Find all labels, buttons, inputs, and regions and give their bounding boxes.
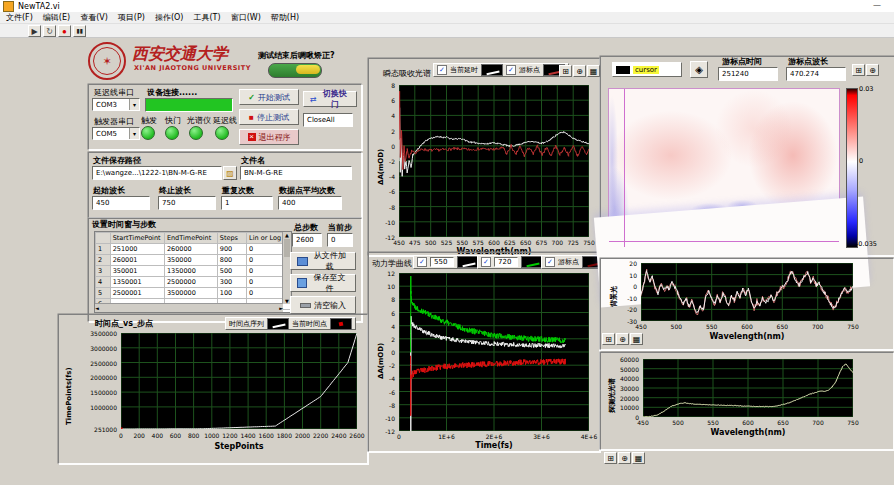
transient-absorption-heatmap[interactable] bbox=[608, 88, 840, 248]
plot-legend[interactable]: ✓ 当前延时 ✓ 游标点 bbox=[433, 63, 569, 77]
table-cell[interactable]: 251000 bbox=[110, 244, 164, 255]
table-cell[interactable]: 5 bbox=[96, 288, 111, 299]
table-horizontal-scrollbar[interactable]: ◄► bbox=[95, 303, 283, 312]
delay-port-combo[interactable]: COM3 ▾ bbox=[92, 98, 140, 111]
table-cell[interactable]: 900 bbox=[217, 244, 246, 255]
file-name-field[interactable]: BN-M-G-RE bbox=[240, 166, 352, 180]
total-steps-field[interactable]: 2600 bbox=[292, 233, 322, 247]
menu-project[interactable]: 项目(P) bbox=[118, 12, 145, 23]
menu-file[interactable]: 文件(F) bbox=[6, 12, 33, 23]
checkbox-icon[interactable]: ✓ bbox=[506, 65, 516, 75]
run-icon[interactable]: ▶ bbox=[28, 25, 41, 37]
shutter-state-field[interactable]: CloseAll bbox=[303, 113, 353, 127]
chevron-down-icon[interactable]: ▾ bbox=[129, 99, 139, 110]
table-cell[interactable]: 260001 bbox=[110, 255, 164, 266]
save-to-file-button[interactable]: 保存至文件 bbox=[290, 274, 356, 292]
menu-operate[interactable]: 操作(O) bbox=[155, 12, 184, 23]
stop-wavelength-label: 终止波长 bbox=[159, 185, 191, 196]
graph-grid-tool[interactable]: ⊞ bbox=[852, 64, 865, 76]
time-table-container[interactable]: StartTimePointEndTimePointStepsLin or Lo… bbox=[94, 231, 292, 313]
table-cell[interactable]: 100 bbox=[217, 288, 246, 299]
plot-area[interactable] bbox=[641, 263, 853, 321]
table-cell[interactable]: 350001 bbox=[110, 266, 164, 277]
table-cell[interactable]: 3 bbox=[96, 266, 111, 277]
table-row[interactable]: 335000113500005000 bbox=[96, 266, 291, 277]
graph-zoom-tool[interactable]: ⊕ bbox=[573, 65, 586, 77]
table-row[interactable]: 22600013500008000 bbox=[96, 255, 291, 266]
table-cell[interactable]: 1350000 bbox=[164, 266, 217, 277]
time-table[interactable]: StartTimePointEndTimePointStepsLin or Lo… bbox=[95, 232, 291, 310]
table-cell[interactable]: 260000 bbox=[164, 244, 217, 255]
plot-area[interactable] bbox=[399, 273, 589, 431]
avg-count-field[interactable]: 400 bbox=[278, 196, 342, 210]
heatmap-cursor-horizontal[interactable] bbox=[609, 241, 839, 242]
trigger-port-combo[interactable]: COM5 ▾ bbox=[92, 127, 140, 140]
graph-zoom-tool[interactable]: ⊕ bbox=[618, 452, 631, 464]
table-cell[interactable]: 500 bbox=[217, 266, 246, 277]
menu-edit[interactable]: 编辑(E) bbox=[43, 12, 70, 23]
file-path-field[interactable]: E:\wangze...\1222-1\BN-M-G-RE bbox=[92, 166, 222, 180]
menu-window[interactable]: 窗口(W) bbox=[231, 12, 261, 23]
chirp-correction-toggle[interactable] bbox=[268, 63, 322, 78]
table-cell[interactable]: 1350001 bbox=[110, 277, 164, 288]
checkbox-icon[interactable]: ✓ bbox=[545, 257, 555, 267]
graph-pan-tool[interactable]: ▦ bbox=[587, 65, 600, 77]
table-cell[interactable]: 2500000 bbox=[164, 277, 217, 288]
browse-folder-button[interactable]: ▨ bbox=[223, 166, 237, 180]
graph-pan-tool[interactable]: ▦ bbox=[630, 333, 643, 345]
graph-grid-tool[interactable]: ⊞ bbox=[604, 452, 617, 464]
table-cell[interactable]: 350000 bbox=[164, 255, 217, 266]
legend-550[interactable]: ✓ 550 bbox=[413, 255, 483, 269]
chart-title: 时间点_vs_步点 bbox=[95, 318, 153, 329]
clear-input-button[interactable]: 清空输入 bbox=[290, 296, 356, 314]
graph-grid-tool[interactable]: ⊞ bbox=[602, 333, 615, 345]
table-row[interactable]: 12510002600009000 bbox=[96, 244, 291, 255]
table-cell[interactable]: 3500000 bbox=[164, 288, 217, 299]
abort-icon[interactable]: ● bbox=[58, 25, 71, 37]
table-cell[interactable]: 300 bbox=[217, 277, 246, 288]
wavelength-550-field[interactable]: 550 bbox=[430, 257, 454, 267]
start-test-button[interactable]: ✓ 开始测试 bbox=[239, 89, 299, 105]
current-step-field[interactable]: 0 bbox=[327, 233, 353, 247]
menu-view[interactable]: 查看(V) bbox=[80, 12, 108, 23]
start-wavelength-field[interactable]: 450 bbox=[92, 196, 150, 210]
checkbox-icon[interactable]: ✓ bbox=[417, 257, 427, 267]
table-cell[interactable]: 2 bbox=[96, 255, 111, 266]
table-row[interactable]: 5250000135000001000 bbox=[96, 288, 291, 299]
stop-test-button[interactable]: ■ 停止测试 bbox=[239, 109, 299, 125]
load-from-file-button[interactable]: 从文件加载 bbox=[290, 252, 356, 270]
graph-pan-tool[interactable]: ▦ bbox=[632, 452, 645, 464]
heatmap-cursor-vertical[interactable] bbox=[624, 89, 625, 247]
table-cell[interactable]: 2500001 bbox=[110, 288, 164, 299]
legend-720[interactable]: ✓ 720 bbox=[477, 255, 547, 269]
cursor-nav-button[interactable]: ◈ bbox=[690, 61, 708, 78]
graph-grid-tool[interactable]: ⊞ bbox=[559, 65, 572, 77]
table-cell[interactable]: 1 bbox=[96, 244, 111, 255]
menu-tools[interactable]: 工具(T) bbox=[193, 12, 220, 23]
checkbox-icon[interactable]: ✓ bbox=[481, 257, 491, 267]
chevron-down-icon[interactable]: ▾ bbox=[129, 128, 139, 139]
cursor-wavelength-field[interactable]: 470.274 bbox=[786, 67, 846, 81]
checkbox-icon[interactable]: ✓ bbox=[437, 65, 447, 75]
graph-zoom-tool[interactable]: ⊕ bbox=[616, 333, 629, 345]
plot-area[interactable] bbox=[121, 333, 357, 429]
plot-area[interactable] bbox=[399, 85, 589, 237]
exit-program-button[interactable]: × 退出程序 bbox=[239, 129, 299, 145]
table-row[interactable]: 4135000125000003000 bbox=[96, 277, 291, 288]
table-cell[interactable]: 4 bbox=[96, 277, 111, 288]
table-cell[interactable]: 800 bbox=[217, 255, 246, 266]
repeat-count-field[interactable]: 1 bbox=[221, 196, 273, 210]
plot-legend[interactable]: 时间点序列 当前时间点 bbox=[225, 317, 356, 330]
switch-shutter-button[interactable]: ⇄ 切换快门 bbox=[303, 91, 357, 107]
cursor-time-field[interactable]: 251240 bbox=[718, 67, 778, 81]
plot-area[interactable] bbox=[643, 359, 853, 417]
minimize-button[interactable]: — bbox=[870, 1, 884, 11]
graph-zoom-tool[interactable]: ⊕ bbox=[866, 64, 879, 76]
pause-icon[interactable]: ▮▮ bbox=[73, 25, 86, 37]
stop-wavelength-field[interactable]: 750 bbox=[158, 196, 216, 210]
x-axis-label: Time(fs) bbox=[399, 441, 589, 450]
menu-help[interactable]: 帮助(H) bbox=[271, 12, 299, 23]
cursor-legend[interactable]: cursor bbox=[612, 62, 682, 77]
run-continuous-icon[interactable]: ↻ bbox=[43, 25, 56, 37]
wavelength-720-field[interactable]: 720 bbox=[494, 257, 518, 267]
